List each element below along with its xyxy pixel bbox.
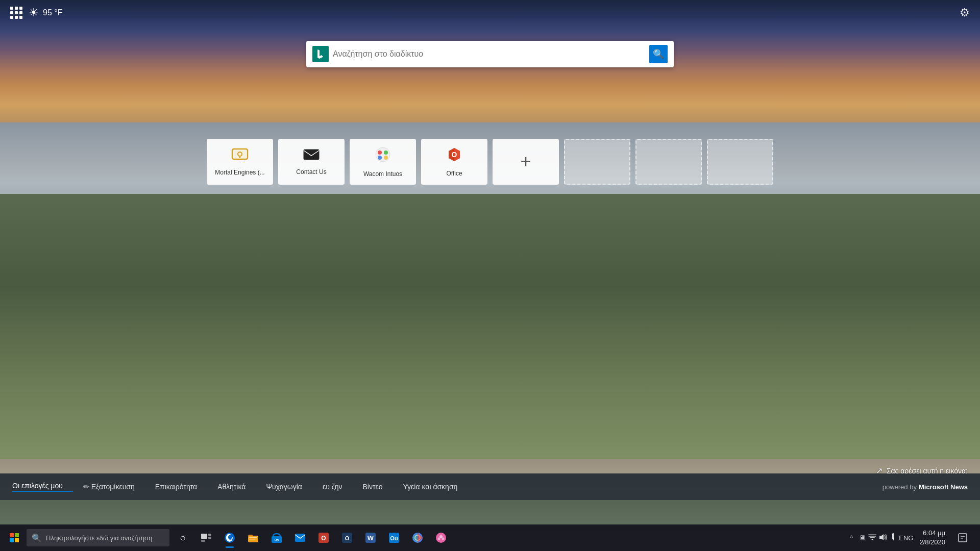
office-icon: O <box>446 146 463 166</box>
file-explorer-icon <box>248 533 259 543</box>
taskbar-outlook[interactable]: Ou <box>383 527 405 549</box>
contact-us-icon <box>303 147 320 164</box>
shortcut-wacom-intuos[interactable]: Wacom Intuos <box>350 139 416 185</box>
svg-text:O: O <box>321 535 326 542</box>
svg-rect-43 <box>870 537 875 538</box>
svg-rect-19 <box>201 540 205 542</box>
svg-rect-22 <box>249 537 257 538</box>
svg-rect-46 <box>892 533 894 539</box>
taskbar-chrome[interactable] <box>406 527 429 549</box>
bing-logo[interactable] <box>312 46 329 62</box>
tray-chevron-icon[interactable]: ^ <box>850 534 853 541</box>
windows-logo-icon <box>10 533 19 542</box>
svg-point-39 <box>439 535 443 538</box>
svg-point-9 <box>378 156 382 160</box>
svg-text:🛍: 🛍 <box>275 538 279 542</box>
news-bar: Οι επιλογές μου ✏ Εξατομίκευση Επικαιρότ… <box>0 473 980 500</box>
weather-icon: ☀ <box>29 6 39 19</box>
add-icon: + <box>520 153 531 171</box>
top-left: ☀ 95 °F <box>10 6 62 19</box>
svg-point-10 <box>384 156 388 160</box>
powered-by-prefix: powered by <box>883 483 917 491</box>
shortcut-office[interactable]: O Office <box>421 139 487 185</box>
system-tray: ^ <box>846 534 857 541</box>
svg-point-6 <box>376 147 390 162</box>
stylus-icon <box>890 533 897 541</box>
news-item-video[interactable]: Βίντεο <box>352 483 393 491</box>
news-navigation: Οι επιλογές μου ✏ Εξατομίκευση Επικαιρότ… <box>12 482 883 492</box>
svg-rect-5 <box>304 149 319 160</box>
news-item-customize[interactable]: ✏ Εξατομίκευση <box>73 483 145 491</box>
apps-grid-icon[interactable] <box>10 7 22 19</box>
svg-rect-42 <box>872 539 873 540</box>
outlook-app-icon: O <box>341 532 353 543</box>
time-display: 6:04 μμ <box>919 529 945 538</box>
notification-icon <box>958 533 968 543</box>
shortcut-ghost-1 <box>564 139 630 185</box>
word-icon: W <box>365 532 376 543</box>
svg-point-40 <box>438 538 440 540</box>
taskbar-task-view[interactable] <box>195 527 217 549</box>
taskbar-cortana[interactable]: ○ <box>172 527 194 549</box>
taskbar-file-explorer[interactable] <box>242 527 264 549</box>
svg-text:W: W <box>368 534 374 542</box>
main-content: ☀ 95 °F ⚙ 🔍 <box>0 0 980 500</box>
chrome-icon <box>412 532 423 543</box>
search-button[interactable]: 🔍 <box>649 45 668 63</box>
svg-rect-18 <box>208 537 211 539</box>
news-item-lifestyle[interactable]: ευ ζην <box>312 483 353 491</box>
extra-app-icon <box>435 532 447 543</box>
svg-rect-15 <box>15 538 19 542</box>
taskbar-extra-app[interactable] <box>430 527 452 549</box>
office-label: Office <box>444 170 464 177</box>
contact-us-label: Contact Us <box>294 168 328 176</box>
weather-widget[interactable]: ☀ 95 °F <box>29 6 62 19</box>
task-view-icon <box>201 534 211 542</box>
wifi-icon[interactable] <box>868 534 876 542</box>
pen-icon[interactable] <box>890 533 897 543</box>
shortcut-ghost-3 <box>707 139 773 185</box>
taskbar-search-placeholder: Πληκτρολογήστε εδώ για αναζήτηση <box>46 534 152 542</box>
shortcut-contact-us[interactable]: Contact Us <box>278 139 345 185</box>
taskbar-app-red[interactable]: O <box>312 527 335 549</box>
mortal-engines-icon <box>231 147 249 165</box>
news-item-my-picks[interactable]: Οι επιλογές μου <box>12 482 73 492</box>
outlook-icon: Ou <box>388 532 400 543</box>
svg-rect-45 <box>868 534 876 535</box>
date-display: 2/8/2020 <box>919 538 945 547</box>
svg-rect-47 <box>959 534 967 542</box>
svg-rect-16 <box>201 534 207 539</box>
datetime-display[interactable]: 6:04 μμ 2/8/2020 <box>915 529 949 547</box>
taskbar-mail[interactable] <box>289 527 311 549</box>
language-indicator[interactable]: ENG <box>899 534 913 542</box>
news-item-sports[interactable]: Αθλητικά <box>207 483 256 491</box>
red-app-icon: O <box>318 532 329 543</box>
shortcut-mortal-engines[interactable]: Mortal Engines (... <box>207 139 273 185</box>
news-item-entertainment[interactable]: Ψυχαγωγία <box>256 483 312 491</box>
network-icon[interactable]: 🖥 <box>859 534 866 542</box>
taskbar-store[interactable]: 🛍 <box>265 527 288 549</box>
wacom-intuos-label: Wacom Intuos <box>361 170 404 178</box>
svg-rect-13 <box>15 533 19 537</box>
svg-point-8 <box>384 151 388 155</box>
powered-by: powered by Microsoft News <box>883 483 968 491</box>
shortcut-add[interactable]: + <box>493 139 559 185</box>
volume-icon[interactable] <box>878 533 888 543</box>
news-item-health[interactable]: Υγεία και άσκηση <box>393 483 468 491</box>
search-input[interactable] <box>333 49 649 59</box>
svg-point-7 <box>378 151 382 155</box>
svg-rect-23 <box>249 539 255 540</box>
taskbar-search[interactable]: 🔍 Πληκτρολογήστε εδώ για αναζήτηση <box>27 529 169 546</box>
wacom-intuos-icon <box>374 145 392 166</box>
settings-icon[interactable]: ⚙ <box>960 6 970 19</box>
taskbar-outlook-app[interactable]: O <box>336 527 358 549</box>
taskbar-edge[interactable] <box>218 527 241 549</box>
news-item-news[interactable]: Επικαιρότητα <box>145 483 207 491</box>
taskbar-word[interactable]: W <box>359 527 382 549</box>
cortana-icon: ○ <box>180 533 186 543</box>
start-button[interactable] <box>2 524 27 551</box>
svg-rect-12 <box>10 533 14 537</box>
svg-rect-44 <box>869 536 876 537</box>
notification-button[interactable] <box>951 527 974 549</box>
svg-rect-14 <box>10 538 14 542</box>
